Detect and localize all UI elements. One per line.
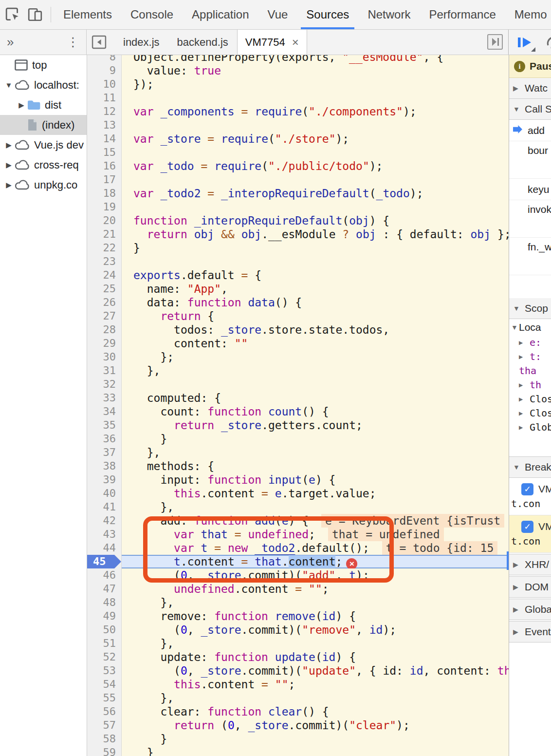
sidebar-item-cross-req[interactable]: ▶cross-req — [0, 155, 87, 175]
code-text[interactable]: methods: { — [122, 459, 509, 473]
code-text[interactable]: update: function update(id) { — [122, 650, 509, 664]
code-text[interactable]: return _store.getters.count; — [122, 418, 509, 432]
line-number-gutter[interactable]: 18 — [87, 187, 122, 200]
line-number-gutter[interactable]: 38 — [87, 459, 122, 473]
code-text[interactable]: var t = new _todo2.default();t = todo {i… — [122, 541, 509, 555]
next-editor-tab-icon[interactable] — [487, 34, 503, 50]
line-number-gutter[interactable]: 53 — [87, 664, 122, 678]
code-text[interactable]: name: "App", — [122, 282, 509, 296]
line-number-gutter[interactable]: 21 — [87, 227, 122, 241]
panel-tab-memo[interactable]: Memo — [505, 0, 551, 29]
tree-expander-icon[interactable]: ▼ — [3, 81, 15, 89]
scope-section-header[interactable]: ▼ Scop — [509, 298, 551, 319]
code-text[interactable]: (0, _store.commit)("add", t); — [122, 568, 509, 582]
code-text[interactable]: var _components = require("./components"… — [122, 105, 509, 118]
code-text[interactable] — [122, 91, 509, 105]
line-number-gutter[interactable]: 54 — [87, 678, 122, 691]
code-text[interactable]: }, — [122, 364, 509, 378]
section-header-globa[interactable]: ▶Globa — [509, 599, 551, 620]
line-number-gutter[interactable]: 19 — [87, 200, 122, 214]
panel-tab-performance[interactable]: Performance — [420, 0, 505, 29]
scope-entry[interactable]: ▶Clos — [509, 392, 551, 406]
code-text[interactable]: (0, _store.commit)("update", { id: id, c… — [122, 664, 509, 678]
code-text[interactable] — [122, 118, 509, 132]
code-text[interactable]: } — [122, 241, 509, 255]
call-stack-section-header[interactable]: ▼ Call S — [509, 99, 551, 120]
scope-local-header[interactable]: ▼ Loca — [509, 319, 551, 335]
editor-tab-vm7754[interactable]: VM7754× — [237, 30, 307, 55]
call-stack-frame[interactable]: add — [509, 120, 551, 141]
panel-tab-elements[interactable]: Elements — [54, 0, 121, 29]
sidebar-item-unpkg-co[interactable]: ▶unpkg.co — [0, 175, 87, 195]
code-text[interactable]: }; — [122, 350, 509, 364]
close-tab-icon[interactable]: × — [292, 36, 299, 49]
overflow-tabs-icon[interactable]: » — [7, 35, 14, 50]
scope-entry[interactable]: ▶t: — [509, 349, 551, 363]
line-number-gutter[interactable]: 20 — [87, 214, 122, 227]
sidebar-item-vue-js-dev[interactable]: ▶Vue.js dev — [0, 135, 87, 155]
breakpoint-checkbox[interactable]: ✓ — [521, 483, 533, 495]
line-number-gutter[interactable]: 25 — [87, 282, 122, 296]
editor-tab-index.js[interactable]: index.js — [114, 30, 168, 55]
line-number-gutter[interactable]: 27 — [87, 309, 122, 323]
line-number-gutter[interactable]: 52 — [87, 650, 122, 664]
line-number-gutter[interactable]: 51 — [87, 637, 122, 650]
code-text[interactable] — [122, 378, 509, 391]
scope-entry[interactable]: tha — [509, 363, 551, 378]
code-text[interactable]: (0, _store.commit)("remove", id); — [122, 623, 509, 637]
tree-expander-icon[interactable]: ▶ — [16, 101, 27, 110]
line-number-gutter[interactable]: 32 — [87, 378, 122, 391]
code-text[interactable]: input: function input(e) { — [122, 473, 509, 487]
line-number-gutter[interactable]: 49 — [87, 609, 122, 623]
breakpoints-section-header[interactable]: ▼ Break — [509, 456, 551, 478]
sidebar-item--index-[interactable]: (index) — [0, 115, 87, 135]
code-text[interactable]: this.content = ""; — [122, 678, 509, 691]
code-text[interactable] — [122, 255, 509, 268]
step-over-icon[interactable] — [547, 35, 551, 50]
call-stack-frame[interactable]: fn._w — [509, 238, 551, 275]
line-number-gutter[interactable]: 8 — [87, 55, 122, 64]
code-text[interactable]: return { — [122, 309, 509, 323]
tree-expander-icon[interactable]: ▶ — [3, 161, 15, 170]
line-number-gutter[interactable]: 36 — [87, 432, 122, 446]
code-text[interactable]: var _todo2 = _interopRequireDefault(_tod… — [122, 187, 509, 200]
line-number-gutter[interactable]: 46 — [87, 568, 122, 582]
line-number-gutter[interactable]: 48 — [87, 596, 122, 609]
line-number-gutter[interactable]: 14 — [87, 132, 122, 146]
line-number-gutter[interactable]: 44 — [87, 541, 122, 555]
code-text[interactable]: count: function count() { — [122, 405, 509, 418]
tree-expander-icon[interactable]: ▶ — [3, 181, 15, 189]
breakpoint-entry[interactable]: ✓VMt.con — [509, 478, 551, 515]
line-number-gutter[interactable]: 12 — [87, 105, 122, 118]
code-text[interactable]: todos: _store.store.state.todos, — [122, 323, 509, 337]
inspect-element-icon[interactable] — [5, 7, 20, 22]
scope-entry[interactable]: ▶th — [509, 378, 551, 392]
code-text[interactable]: } — [122, 732, 509, 746]
code-text[interactable]: }); — [122, 77, 509, 91]
line-number-gutter[interactable]: 30 — [87, 350, 122, 364]
code-text[interactable] — [122, 146, 509, 159]
line-number-gutter[interactable]: 29 — [87, 337, 122, 350]
code-text[interactable]: }, — [122, 596, 509, 609]
code-text[interactable]: var that = undefined;that = undefined — [122, 528, 509, 541]
breakpoint-checkbox[interactable]: ✓ — [521, 521, 533, 533]
line-number-gutter[interactable]: 26 — [87, 296, 122, 309]
line-number-gutter[interactable]: 42 — [87, 514, 122, 528]
line-number-gutter[interactable]: 58 — [87, 732, 122, 746]
code-text[interactable]: }, — [122, 446, 509, 459]
code-text[interactable]: exports.default = { — [122, 268, 509, 282]
editor-tab-backend.js[interactable]: backend.js — [168, 30, 237, 55]
scope-entry[interactable]: ▶e: — [509, 335, 551, 349]
call-stack-frame[interactable]: bour — [509, 141, 551, 179]
line-number-gutter[interactable]: 35 — [87, 418, 122, 432]
line-number-gutter[interactable]: 56 — [87, 705, 122, 718]
scope-entry[interactable]: ▶Glob — [509, 420, 551, 434]
sidebar-item-top[interactable]: top — [0, 55, 87, 75]
line-number-gutter[interactable]: 31 — [87, 364, 122, 378]
sidebar-item-dist[interactable]: ▶dist — [0, 95, 87, 115]
scope-entry[interactable]: ▶Clos — [509, 406, 551, 420]
line-number-gutter[interactable]: 43 — [87, 528, 122, 541]
code-text[interactable] — [122, 200, 509, 214]
code-text[interactable]: var _store = require("./store"); — [122, 132, 509, 146]
line-number-gutter[interactable]: 57 — [87, 718, 122, 732]
